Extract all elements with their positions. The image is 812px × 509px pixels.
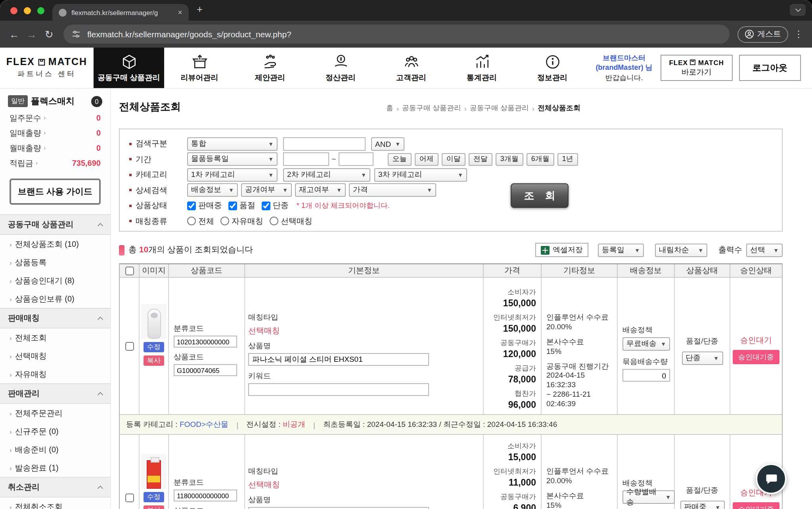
sidebar-item-register[interactable]: ›상품등록 (0, 253, 110, 271)
site-settings-icon[interactable] (71, 29, 81, 39)
search-keyword-input[interactable] (283, 137, 366, 150)
nav-item-customers[interactable]: 고객관리 (376, 48, 446, 88)
matching-all-radio[interactable] (187, 217, 196, 225)
breadcrumb-goods[interactable]: 공동구매 상품관리 (402, 103, 461, 113)
maximize-window-button[interactable] (37, 7, 44, 14)
sidebar-item-match-all[interactable]: ›전체조회 (0, 328, 110, 347)
breadcrumb-home[interactable]: 홈 (386, 103, 393, 113)
sidebar-item-approval-hold[interactable]: ›상품승인보류 (0) (0, 290, 110, 308)
period-type-select[interactable]: 물품등록일▼ (187, 152, 278, 166)
product-state-select[interactable]: 단종▼ (682, 351, 723, 365)
period-end-input[interactable] (339, 152, 373, 166)
sidebar-item-ship-ready[interactable]: ›배송준비 (0) (0, 440, 110, 459)
sidebar-item-cancel-all[interactable]: ›전체취소조회 (0, 497, 110, 509)
sidebar-item-ship-done[interactable]: ›발송완료 (1) (0, 459, 110, 477)
close-window-button[interactable] (10, 7, 17, 14)
edit-button[interactable]: 수정 (144, 492, 164, 502)
product-name-input[interactable] (248, 507, 429, 509)
reload-button[interactable]: ↻ (43, 28, 56, 40)
search-operator-select[interactable]: AND▼ (371, 137, 404, 150)
output-count-select[interactable]: 선택▼ (746, 243, 783, 257)
nav-item-proposal[interactable]: 제안관리 (235, 48, 305, 88)
stock-filter-select[interactable]: 재고여부▼ (295, 183, 346, 197)
ship-policy-select[interactable]: 수량별배송▼ (622, 490, 675, 504)
state-soldout-checkbox[interactable] (228, 201, 237, 210)
nav-item-goods[interactable]: 공동구매 상품관리 (94, 48, 164, 88)
sort-field-select[interactable]: 등록일▼ (598, 243, 644, 257)
copy-button[interactable]: 복사 (144, 355, 164, 366)
site-logo[interactable]: FLEX MATCH 파트너스 센터 (0, 48, 94, 88)
new-tab-button[interactable]: + (197, 3, 203, 15)
profile-button[interactable]: 게스트 (737, 26, 788, 42)
stat-daily-sales[interactable]: 일매출량›0 (0, 125, 110, 140)
state-onsale-checkbox[interactable] (187, 201, 196, 210)
forward-button[interactable]: → (25, 28, 38, 40)
excel-export-button[interactable]: 엑셀저장 (535, 243, 588, 257)
browser-menu-button[interactable]: ⋮ (793, 29, 804, 40)
visibility-filter-select[interactable]: 공개여부▼ (241, 183, 292, 197)
row-checkbox[interactable] (125, 342, 134, 350)
category3-select[interactable]: 3차 카테고리▼ (374, 168, 467, 181)
period-1year-button[interactable]: 1년 (557, 153, 578, 165)
tab-close-icon[interactable]: × (178, 8, 182, 17)
nav-item-reviewer[interactable]: 리뷰어관리 (164, 48, 235, 88)
sidebar-item-match-select[interactable]: ›선택매칭 (0, 347, 110, 365)
period-today-button[interactable]: 오늘 (388, 153, 412, 165)
sidebar-section-sales[interactable]: 판매관리 (0, 383, 110, 404)
state-discontinued-checkbox[interactable] (262, 201, 270, 210)
brand-guide-button[interactable]: 브랜드 사용 가이드 (10, 179, 101, 205)
select-all-checkbox[interactable] (125, 266, 134, 275)
nav-item-settlement[interactable]: 정산관리 (305, 48, 376, 88)
sidebar-section-cancel[interactable]: 취소관리 (0, 477, 110, 497)
matching-select-radio[interactable] (270, 217, 278, 225)
copy-button[interactable]: 복사 (144, 505, 164, 509)
tab-search-button[interactable] (790, 4, 806, 16)
class-code-input[interactable] (174, 490, 237, 501)
shipping-filter-select[interactable]: 배송정보▼ (187, 183, 238, 197)
notification-badge[interactable]: 0 (91, 96, 102, 107)
period-yesterday-button[interactable]: 어제 (415, 153, 439, 165)
period-start-input[interactable] (283, 152, 329, 166)
keyword-input[interactable] (248, 383, 429, 396)
bundle-qty-input[interactable] (622, 369, 670, 382)
sidebar-section-matching[interactable]: 판매매칭 (0, 308, 110, 328)
address-bar[interactable]: flexmatch.kr/sellermanager/goods_s/produ… (63, 25, 730, 44)
back-button[interactable]: ← (8, 28, 21, 40)
breadcrumb-goods2[interactable]: 공동구매 상품관리 (470, 103, 529, 113)
nav-item-stats[interactable]: 통계관리 (446, 48, 517, 88)
sidebar-item-orders-all[interactable]: ›전체주문관리 (0, 404, 110, 422)
sort-order-select[interactable]: 내림차순▼ (655, 243, 707, 257)
category-link[interactable]: FOOD>수산물 (180, 419, 228, 430)
ship-policy-select[interactable]: 무료배송▼ (622, 337, 670, 351)
sidebar-item-all-products[interactable]: ›전체상품조회 (10) (0, 235, 110, 253)
sidebar-section-goods[interactable]: 공동구매 상품관리 (0, 214, 110, 235)
search-submit-button[interactable]: 조 회 (511, 183, 569, 208)
product-name-input[interactable] (248, 353, 429, 366)
price-filter-select[interactable]: 가격▼ (349, 183, 436, 197)
period-thismonth-button[interactable]: 이달 (442, 153, 465, 165)
minimize-window-button[interactable] (24, 7, 31, 14)
sidebar-item-approval-wait[interactable]: ›상품승인대기 (8) (0, 271, 110, 290)
flexmatch-shortcut-button[interactable]: FLEX MATCH 바로가기 (660, 55, 733, 81)
edit-button[interactable]: 수정 (144, 342, 164, 352)
stat-points[interactable]: 적립금›735,690 (0, 156, 110, 171)
approval-pending-button[interactable]: 승인대기중 (733, 502, 779, 509)
sidebar-item-orders-new[interactable]: ›신규주문 (0) (0, 422, 110, 440)
stat-monthly-sales[interactable]: 월매출량›0 (0, 140, 110, 156)
matching-free-radio[interactable] (220, 217, 229, 225)
product-code-input[interactable] (174, 364, 237, 376)
category2-select[interactable]: 2차 카테고리▼ (283, 168, 370, 181)
browser-tab[interactable]: flexmatch.kr/sellermanager/g × (52, 4, 189, 21)
logout-button[interactable]: 로그아웃 (739, 55, 801, 81)
class-code-input[interactable] (174, 336, 237, 348)
approval-pending-button[interactable]: 승인대기중 (733, 350, 779, 364)
chat-launcher-button[interactable] (756, 463, 787, 494)
division-select[interactable]: 통합▼ (187, 137, 278, 150)
category1-select[interactable]: 1차 카테고리▼ (187, 168, 278, 181)
nav-item-info[interactable]: 정보관리 (517, 48, 588, 88)
row-checkbox[interactable] (125, 494, 134, 502)
sidebar-item-match-free[interactable]: ›자유매칭 (0, 365, 110, 383)
period-6month-button[interactable]: 6개월 (527, 153, 554, 165)
period-3month-button[interactable]: 3개월 (496, 153, 523, 165)
product-state-select[interactable]: 판매중▼ (680, 501, 724, 509)
